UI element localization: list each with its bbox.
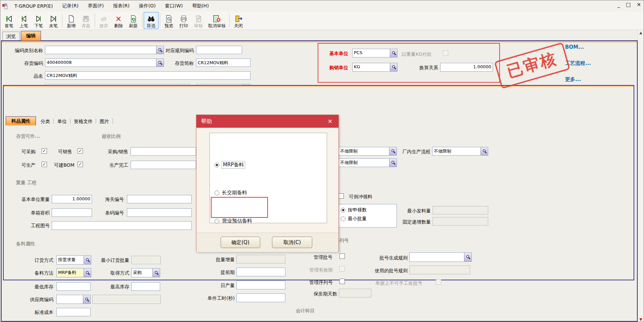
max-stock-label: 最高库存: [106, 284, 129, 290]
last-record-icon: [49, 14, 57, 23]
help-dialog-titlebar[interactable]: 帮助: [196, 115, 338, 128]
lookup-icon[interactable]: [84, 256, 91, 264]
toolbar-first-button[interactable]: 首笔: [2, 12, 16, 29]
toolbar-filter-button[interactable]: 筛选: [144, 12, 158, 29]
max-stock-field[interactable]: [131, 282, 160, 291]
minimize-button[interactable]: _: [617, 2, 620, 8]
no-manual-batch-checkbox: [436, 279, 441, 285]
tab-edit[interactable]: 编辑: [21, 31, 41, 41]
lookup-icon[interactable]: [480, 147, 488, 155]
toolbar-preview-button[interactable]: 预览: [162, 12, 176, 29]
menu-window[interactable]: 窗口(W): [161, 2, 187, 10]
toolbar-prev-button[interactable]: 上笔: [16, 12, 31, 29]
option-mrp-prep[interactable]: MRP备料: [215, 161, 245, 168]
can-sell-label: 可销售: [58, 149, 73, 155]
code-category-combo[interactable]: [45, 46, 164, 54]
scroll-down-icon[interactable]: ▼: [638, 317, 644, 322]
acquire-mode-combo[interactable]: 采购: [131, 268, 160, 277]
lookup-icon[interactable]: [390, 49, 397, 57]
drawing-field[interactable]: [52, 221, 192, 230]
prep-method-combo[interactable]: MRP备料: [56, 268, 91, 277]
tab-item-attributes[interactable]: 料品属性: [6, 116, 36, 125]
daily-output-field[interactable]: [236, 281, 285, 289]
manage-batch-checkbox[interactable]: [339, 253, 345, 259]
menu-report[interactable]: 报表(R): [109, 2, 134, 10]
toolbar-close-button[interactable]: 关闭: [231, 12, 246, 29]
toolbar-next-button[interactable]: 下笔: [31, 12, 46, 29]
order-mode-label: 订货方式: [31, 257, 53, 264]
customs-field[interactable]: [127, 195, 192, 203]
link-bom[interactable]: BOM...: [565, 44, 584, 50]
product-name-field[interactable]: CR12MOV精料: [45, 71, 250, 80]
conversion-label: 换算关系: [413, 65, 438, 71]
tab-qualification-files[interactable]: 资格文件: [72, 117, 95, 125]
dialog-close-icon[interactable]: ✕: [326, 115, 334, 128]
issue-by-min-batch-option[interactable]: 最小批量: [341, 214, 395, 223]
unit-time-field[interactable]: [236, 293, 285, 302]
restore-button[interactable]: □: [626, 2, 631, 8]
toolbar-refresh-button[interactable]: 刷新: [126, 12, 141, 29]
menu-operation[interactable]: 操作(O): [135, 2, 160, 10]
item-code-combo[interactable]: 400400008: [45, 58, 164, 67]
toolbar-new-button[interactable]: 新增: [64, 12, 79, 29]
tab-classification[interactable]: 分类: [38, 117, 53, 125]
toolbar-cancel-audit-button[interactable]: 取消审核: [206, 12, 228, 29]
menu-interface[interactable]: 界面(F): [84, 2, 108, 10]
can-sell-checkbox[interactable]: ✓: [78, 148, 83, 154]
lookup-icon[interactable]: [390, 63, 397, 71]
toolbar-delete-button[interactable]: ✕ 删除: [111, 12, 126, 29]
box-volume-field[interactable]: [52, 208, 92, 217]
option-long-lead-prep[interactable]: 长交期备料: [215, 190, 247, 196]
cancel-button[interactable]: 取消(C): [272, 237, 312, 248]
lookup-icon[interactable]: [389, 147, 397, 155]
std-cost-field[interactable]: [56, 308, 91, 316]
factory-flow-combo[interactable]: 不做限制: [432, 147, 488, 156]
limit-combo-1[interactable]: 不做限制: [338, 147, 397, 156]
orange-accent-strip: [2, 41, 637, 42]
lookup-icon[interactable]: [152, 269, 160, 277]
tab-images[interactable]: 图片: [97, 117, 112, 125]
backflush-checkbox[interactable]: [338, 193, 344, 199]
lookup-icon[interactable]: [464, 253, 471, 261]
issue-by-request-option[interactable]: 按申领数: [341, 206, 395, 214]
can-bom-checkbox[interactable]: ✓: [78, 162, 83, 167]
min-stock-field[interactable]: [56, 282, 91, 291]
prod-finish-field[interactable]: [131, 161, 196, 169]
sales-unit-combo[interactable]: KG: [352, 63, 398, 72]
help-option-list: MRP备料 长交期备料 营业预估备料: [210, 133, 327, 223]
supplier-combo[interactable]: [56, 295, 91, 304]
base-weight-field[interactable]: 1.00000: [52, 195, 92, 203]
lead-time-field[interactable]: [236, 268, 285, 276]
vertical-scrollbar[interactable]: ▲ ▼: [638, 30, 644, 322]
menu-help[interactable]: 帮助(H): [188, 2, 213, 10]
close-window-button[interactable]: ✕: [637, 2, 641, 8]
order-mode-combo[interactable]: 按需求量: [56, 255, 91, 265]
conversion-field[interactable]: 1.00000: [440, 63, 493, 72]
tab-divider: [53, 118, 54, 124]
item-abbr-field[interactable]: CR12MOV精料: [196, 58, 250, 67]
menu-tgroup-erp[interactable]: T-GROUP ERP(E): [10, 2, 57, 10]
batch-rule-combo[interactable]: [409, 252, 472, 262]
manage-serial-checkbox[interactable]: [339, 279, 345, 284]
toolbar-last-button[interactable]: 末笔: [46, 12, 61, 29]
menu-record[interactable]: 记录(R): [58, 2, 83, 10]
scroll-up-icon[interactable]: ▲: [638, 30, 644, 36]
lookup-icon[interactable]: [389, 159, 397, 167]
tab-browse[interactable]: 浏览: [2, 32, 20, 41]
option-sales-forecast-prep[interactable]: 营业预估备料: [215, 218, 252, 224]
lookup-icon[interactable]: [156, 46, 164, 54]
limit-combo-2[interactable]: 不做限制: [338, 158, 397, 167]
lookup-icon[interactable]: [83, 295, 90, 304]
purchase-sale-field[interactable]: [131, 147, 196, 156]
link-more[interactable]: 更多...: [565, 76, 581, 83]
lookup-icon[interactable]: [156, 59, 164, 67]
can-produce-checkbox[interactable]: ✓: [42, 162, 47, 167]
tab-unit[interactable]: 单位: [55, 117, 70, 125]
lookup-icon[interactable]: [84, 269, 91, 277]
base-unit-combo[interactable]: PCS: [352, 49, 398, 57]
barcode-field[interactable]: [127, 208, 192, 217]
ok-button[interactable]: 确定(Q): [221, 237, 260, 248]
toolbar-print-button[interactable]: 打印: [176, 12, 191, 29]
rule-code-field[interactable]: [196, 46, 242, 54]
can-purchase-checkbox[interactable]: ✓: [42, 148, 47, 154]
